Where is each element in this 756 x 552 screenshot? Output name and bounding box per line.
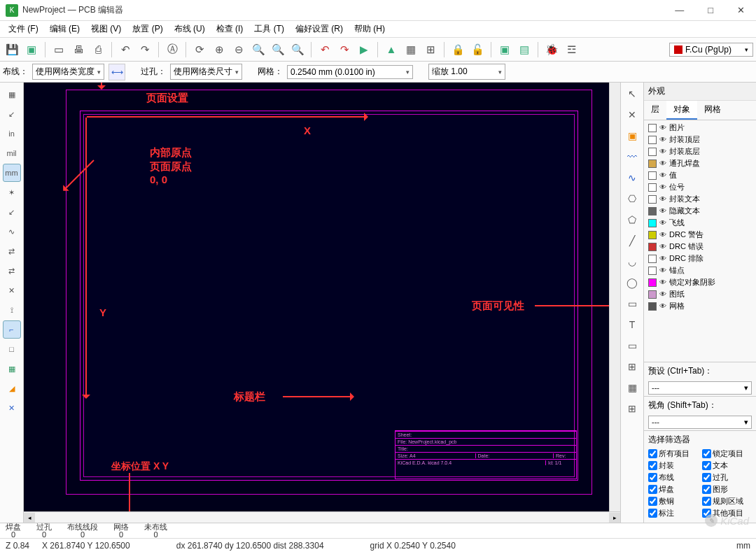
filter-checkbox[interactable]: 焊盘 <box>648 484 698 495</box>
filter-checkbox[interactable]: 标注 <box>648 508 698 518</box>
add-zone-icon[interactable]: ╱ <box>624 232 640 249</box>
zone-display-icon[interactable]: ⟟ <box>3 301 21 319</box>
layer-selector[interactable]: F.Cu (PgUp) ▾ <box>669 43 753 57</box>
appearance-item[interactable]: 👁图片 <box>644 122 756 134</box>
mirror-v-icon[interactable]: ▶ <box>355 41 373 59</box>
add-line-icon[interactable]: ◡ <box>624 253 640 270</box>
update-pcb-icon[interactable]: ▤ <box>515 41 533 59</box>
tab-layers[interactable]: 层 <box>644 101 666 120</box>
zoom-combo[interactable]: 缩放 1.00▾ <box>428 64 505 80</box>
unlock-icon[interactable]: 🔓 <box>468 41 486 59</box>
zoom-selection-icon[interactable]: 🔍 <box>269 41 287 59</box>
maximize-button[interactable]: □ <box>702 2 719 18</box>
route-track-icon[interactable]: 〰 <box>624 148 640 165</box>
group-icon[interactable]: ▦ <box>402 41 420 59</box>
footprint-editor-icon[interactable]: ▣ <box>496 41 514 59</box>
via-size-combo[interactable]: 使用网络类尺寸▾ <box>170 64 242 80</box>
appearance-item[interactable]: 👁锁定对象阴影 <box>644 276 756 288</box>
preset-combo[interactable]: ---▾ <box>648 381 752 395</box>
appearance-item[interactable]: 👁锚点 <box>644 264 756 276</box>
menu-inspect[interactable]: 检查 (I) <box>211 22 249 36</box>
appearance-item[interactable]: 👁封装底层 <box>644 146 756 157</box>
drc-icon[interactable]: 🐞 <box>542 41 561 59</box>
highlight-net-icon[interactable]: ✕ <box>624 106 640 123</box>
pad-display-icon[interactable]: ✕ <box>3 281 21 299</box>
appearance-item[interactable]: 👁DRC 警告 <box>644 229 756 241</box>
menu-file[interactable]: 文件 (F) <box>3 22 44 36</box>
add-arc-icon[interactable]: ◯ <box>624 274 640 291</box>
board-setup-icon[interactable]: ▣ <box>22 41 41 59</box>
filter-checkbox[interactable]: 封装 <box>648 460 698 471</box>
canvas[interactable]: Sheet: File: NewProject.kicad_pcb Title:… <box>24 83 620 523</box>
appearance-item[interactable]: 👁值 <box>644 169 756 181</box>
route-diff-pair-icon[interactable]: ∿ <box>624 169 640 186</box>
filter-checkbox[interactable]: 规则区域 <box>702 496 752 507</box>
rotate-cw-icon[interactable]: ↷ <box>335 41 354 59</box>
appearance-item[interactable]: 👁DRC 排除 <box>644 253 756 264</box>
add-circle-icon[interactable]: ▭ <box>624 295 640 312</box>
select-tool-icon[interactable]: ↖ <box>624 85 640 102</box>
appearance-item[interactable]: 👁飞线 <box>644 217 756 229</box>
save-icon[interactable]: 💾 <box>3 41 21 59</box>
appearance-item[interactable]: 👁封装文本 <box>644 193 756 205</box>
ungroup-icon[interactable]: ⊞ <box>421 41 440 59</box>
rotate-ccw-icon[interactable]: ↶ <box>316 41 334 59</box>
find-icon[interactable]: Ⓐ <box>163 41 181 59</box>
menu-tools[interactable]: 工具 (T) <box>248 22 290 36</box>
track-width-combo[interactable]: 使用网络类宽度▾ <box>32 64 104 80</box>
filter-checkbox[interactable]: 所有项目 <box>648 448 698 459</box>
add-via-icon[interactable]: ⬠ <box>624 211 640 228</box>
lock-icon[interactable]: 🔒 <box>449 41 467 59</box>
filter-checkbox[interactable]: 敷铜 <box>648 496 698 507</box>
net-color-icon[interactable]: ▦ <box>3 360 21 378</box>
zoom-tool-icon[interactable]: 🔍 <box>288 41 307 59</box>
appearance-item[interactable]: 👁通孔焊盘 <box>644 157 756 169</box>
tune-length-icon[interactable]: ⎔ <box>624 190 640 207</box>
polar-coord-icon[interactable]: ↙ <box>3 105 21 123</box>
appearance-item[interactable]: 👁位号 <box>644 181 756 193</box>
mirror-h-icon[interactable]: ▲ <box>382 41 400 59</box>
track-display-icon[interactable]: ⇄ <box>3 242 21 260</box>
measure-icon[interactable]: ⊞ <box>624 400 640 417</box>
zoom-out-icon[interactable]: ⊖ <box>230 41 248 59</box>
horizontal-scrollbar[interactable]: ◂▸ <box>24 511 620 523</box>
curved-ratsnest-icon[interactable]: ∿ <box>3 222 21 241</box>
auto-track-width-icon[interactable]: ⟷ <box>108 64 125 80</box>
place-footprint-icon[interactable]: ▣ <box>624 127 640 144</box>
filter-checkbox[interactable]: 过孔 <box>702 472 752 483</box>
print-icon[interactable]: 🖶 <box>69 41 88 59</box>
menu-preferences[interactable]: 偏好设置 (R) <box>290 22 349 36</box>
scripting-icon[interactable]: ☲ <box>562 41 580 59</box>
cursor-shape-icon[interactable]: ✶ <box>3 183 21 201</box>
vertical-scrollbar[interactable] <box>609 83 620 511</box>
menu-route[interactable]: 布线 (U) <box>169 22 211 36</box>
appearance-item[interactable]: 👁图纸 <box>644 288 756 300</box>
minimize-button[interactable]: — <box>669 2 690 18</box>
hv45-icon[interactable]: ✕ <box>3 399 21 417</box>
appearance-item[interactable]: 👁DRC 错误 <box>644 241 756 253</box>
add-rect-icon[interactable]: T <box>624 316 640 333</box>
contrast-icon[interactable]: □ <box>3 340 21 358</box>
ratsnest-icon[interactable]: ↙ <box>3 203 21 221</box>
tab-objects[interactable]: 对象 <box>666 101 697 120</box>
grid-combo[interactable]: 0.2540 mm (0.0100 in)▾ <box>287 65 413 79</box>
via-display-icon[interactable]: ⇄ <box>3 262 21 280</box>
zoom-in-icon[interactable]: ⊕ <box>210 41 228 59</box>
viewport-combo[interactable]: ---▾ <box>648 416 752 429</box>
appearance-item[interactable]: 👁网格 <box>644 300 756 312</box>
menu-edit[interactable]: 编辑 (E) <box>44 22 85 36</box>
undo-icon[interactable]: ↶ <box>116 41 134 59</box>
filter-checkbox[interactable]: 布线 <box>648 472 698 483</box>
add-dimension-icon[interactable]: ⊞ <box>624 358 640 375</box>
grid-toggle-icon[interactable]: ▦ <box>3 85 21 104</box>
units-mil-icon[interactable]: mil <box>3 144 21 162</box>
add-text-icon[interactable]: ▭ <box>624 337 640 354</box>
redo-icon[interactable]: ↷ <box>136 41 154 59</box>
menu-view[interactable]: 视图 (V) <box>85 22 127 36</box>
filter-checkbox[interactable]: 图形 <box>702 484 752 495</box>
flip-board-icon[interactable]: ◢ <box>3 379 21 397</box>
layer-manager-icon[interactable]: ⌐ <box>3 320 21 339</box>
appearance-item[interactable]: 👁封装顶层 <box>644 134 756 146</box>
set-origin-icon[interactable]: ▦ <box>624 379 640 396</box>
units-mm-icon[interactable]: mm <box>3 164 21 182</box>
